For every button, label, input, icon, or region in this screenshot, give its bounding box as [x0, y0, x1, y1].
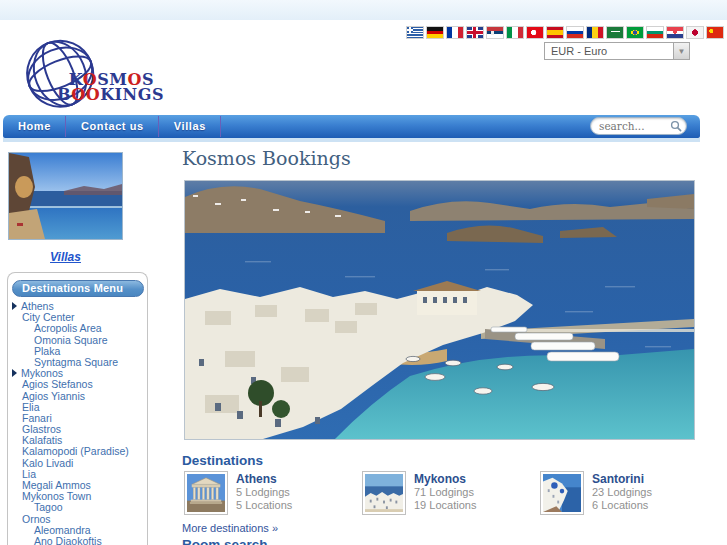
logo-text: KOSMOS BOOKINGS [57, 72, 154, 102]
bulgaria-flag-icon[interactable] [647, 27, 663, 38]
menu-item-label: Mykonos Town [22, 490, 91, 502]
expand-arrow-icon [12, 369, 17, 377]
menu-item-label: Megali Ammos [22, 479, 91, 491]
menu-item-label: Tagoo [34, 501, 63, 513]
menu-item-label: Plaka [34, 345, 60, 357]
kosmos-bookings-page: EUR - Euro ▼ KOSMOS BOOKINGS Home Contac… [0, 0, 727, 545]
destination-card-mykonos[interactable]: Mykonos 71 Lodgings 19 Locations [362, 471, 540, 515]
main-navigation: Home Contact us Villas [3, 115, 700, 138]
menu-item-label: Mykonos [21, 367, 63, 379]
menu-item-label: Kalo Livadi [22, 457, 73, 469]
athens-thumbnail [184, 471, 228, 515]
croatia-flag-icon[interactable] [667, 27, 683, 38]
santorini-thumbnail [540, 471, 584, 515]
locations-count: 19 Locations [414, 499, 476, 512]
menu-item-label: Agios Stefanos [22, 378, 93, 390]
lodgings-count: 71 Lodgings [414, 486, 476, 499]
germany-flag-icon[interactable] [427, 27, 443, 38]
search-box [590, 117, 687, 135]
more-destinations-link[interactable]: More destinations » [182, 522, 278, 534]
china-flag-icon[interactable] [707, 27, 723, 38]
menu-item-label: Lia [22, 468, 36, 480]
destinations-menu-header: Destinations Menu [12, 280, 144, 297]
destination-name[interactable]: Athens [236, 472, 292, 486]
romania-flag-icon[interactable] [587, 27, 603, 38]
menu-item-label: Ano Diaokoftis [34, 535, 102, 545]
top-strip [0, 0, 727, 20]
lodgings-count: 23 Lodgings [592, 486, 652, 499]
menu-item-label: Fanari [22, 412, 52, 424]
menu-item-label: Kalamopodi (Paradise) [22, 445, 129, 457]
menu-item-label: Acropolis Area [34, 322, 102, 334]
room-search-heading: Room search [182, 537, 268, 545]
serbia-flag-icon[interactable] [487, 27, 503, 38]
destination-name[interactable]: Mykonos [414, 472, 476, 486]
locations-count: 5 Locations [236, 499, 292, 512]
greece-flag-icon[interactable] [407, 27, 423, 38]
menu-item-label: Agios Yiannis [22, 390, 85, 402]
france-flag-icon[interactable] [447, 27, 463, 38]
destination-name[interactable]: Santorini [592, 472, 652, 486]
menu-item-label: Ornos [22, 513, 51, 525]
locations-count: 6 Locations [592, 499, 652, 512]
currency-select[interactable]: EUR - Euro ▼ [544, 42, 690, 60]
japan-flag-icon[interactable] [687, 27, 703, 38]
currency-selected-value: EUR - Euro [545, 45, 673, 57]
expand-arrow-icon [12, 302, 17, 310]
destination-card-athens[interactable]: Athens 5 Lodgings 5 Locations [184, 471, 362, 515]
menu-item-label: City Center [22, 311, 75, 323]
sidebar-item-mykonos-town[interactable]: Mykonos Town [8, 491, 147, 502]
destination-cards: Athens 5 Lodgings 5 Locations Mykonos 71… [184, 471, 724, 515]
mykonos-harbor-photo [184, 180, 695, 440]
villas-link[interactable]: Villas [8, 250, 123, 264]
nav-item-contact-us[interactable]: Contact us [66, 115, 159, 138]
search-input[interactable] [599, 120, 669, 132]
italy-flag-icon[interactable] [507, 27, 523, 38]
menu-item-label: Syntagma Square [34, 356, 118, 368]
menu-item-label: Omonia Square [34, 334, 108, 346]
currency-dropdown-arrow-icon[interactable]: ▼ [673, 43, 689, 59]
mykonos-thumbnail [362, 471, 406, 515]
uk-flag-icon[interactable] [467, 27, 483, 38]
nav-item-home[interactable]: Home [3, 115, 66, 138]
saudi-arabia-flag-icon[interactable] [607, 27, 623, 38]
destinations-heading: Destinations [182, 453, 263, 468]
menu-item-label: Athens [21, 300, 54, 312]
destination-card-santorini[interactable]: Santorini 23 Lodgings 6 Locations [540, 471, 718, 515]
destinations-menu-list: AthensCity CenterAcropolis AreaOmonia Sq… [8, 301, 147, 545]
page-title: Kosmos Bookings [182, 147, 351, 169]
spain-flag-icon[interactable] [547, 27, 563, 38]
menu-item-label: Glastros [22, 423, 61, 435]
menu-item-label: Aleomandra [34, 524, 91, 536]
lodgings-count: 5 Lodgings [236, 486, 292, 499]
russia-flag-icon[interactable] [567, 27, 583, 38]
nav-bottom-strip [3, 138, 700, 142]
brazil-flag-icon[interactable] [627, 27, 643, 38]
sidebar-item-ano-diaokoftis[interactable]: Ano Diaokoftis [8, 536, 147, 545]
nav-item-villas[interactable]: Villas [159, 115, 221, 138]
menu-item-label: Kalafatis [22, 434, 62, 446]
sidebar-item-omonia-square[interactable]: Omonia Square [8, 335, 147, 346]
language-flags [407, 27, 723, 38]
search-icon[interactable] [670, 120, 682, 132]
kosmos-bookings-logo[interactable]: KOSMOS BOOKINGS [2, 28, 162, 113]
logo-line2: BOOKINGS [57, 87, 154, 102]
menu-item-label: Elia [22, 401, 40, 413]
villas-promo-photo[interactable] [8, 152, 123, 240]
turkey-flag-icon[interactable] [527, 27, 543, 38]
destinations-menu: Destinations Menu AthensCity CenterAcrop… [7, 272, 148, 545]
